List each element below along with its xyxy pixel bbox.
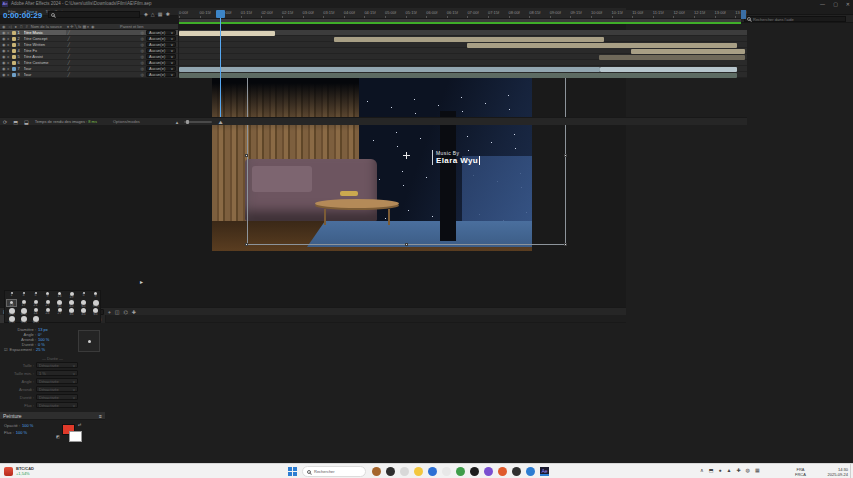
parent-dropdown[interactable]: Aucun(e)˅ — [146, 30, 176, 35]
motion-blur-icon[interactable]: ✱ — [165, 11, 169, 17]
layer-color-chip[interactable] — [12, 43, 16, 47]
show-desktop-button[interactable] — [850, 464, 851, 478]
taskbar-app-icon-7[interactable] — [456, 467, 465, 476]
fx-switch-icon[interactable]: ╱ — [68, 60, 70, 65]
twirl-icon[interactable]: ▸ — [8, 66, 10, 71]
layer-duration-bar[interactable] — [631, 49, 745, 54]
taskbar-app-icon-4[interactable] — [414, 467, 423, 476]
draft-3d-icon[interactable]: △ — [151, 11, 155, 17]
taskbar-app-icon-3[interactable] — [400, 467, 409, 476]
layer-duration-bar[interactable] — [179, 31, 275, 36]
transparency-grid-icon[interactable]: ◫ — [115, 309, 120, 315]
dynamics-dropdown[interactable]: Désactivée˅ — [36, 386, 78, 392]
brush-size-27[interactable]: 27 — [54, 307, 65, 315]
frame-blending-icon[interactable]: ▦ — [158, 11, 163, 17]
brush-size-100[interactable]: 100 — [6, 315, 17, 323]
zoom-out-mountain-icon[interactable]: ▴ — [176, 119, 179, 125]
camera-view-icon[interactable]: ⌬ — [123, 309, 127, 315]
eye-icon[interactable]: ◉ — [2, 66, 6, 71]
dynamics-dropdown[interactable]: Désactivée˅ — [36, 362, 78, 368]
taskbar-clock[interactable]: 14:302025-09-24 — [818, 467, 848, 477]
shy-layers-icon[interactable]: ⬒ — [13, 119, 18, 125]
layer-name[interactable]: Titre Fx — [24, 48, 66, 53]
layer-name[interactable]: Tour — [24, 72, 66, 77]
brush-size-65[interactable]: 65 — [90, 307, 101, 315]
twirl-icon[interactable]: ▸ — [8, 72, 10, 77]
layer-row-8[interactable]: ◉▸8Tour╱◎Aucun(e)˅ — [0, 72, 178, 78]
pickwhip-icon[interactable]: ◎ — [141, 66, 145, 71]
brush-size-35[interactable]: 35 — [54, 299, 65, 307]
twirl-icon[interactable]: ▸ — [8, 54, 10, 59]
twirl-icon[interactable]: ▸ — [8, 42, 10, 47]
selection-handle[interactable] — [405, 243, 408, 246]
fx-switch-icon[interactable]: ╱ — [68, 66, 70, 71]
fx-switch-icon[interactable]: ╱ — [68, 72, 70, 77]
brush-size-13[interactable]: 13 — [6, 299, 17, 307]
layer-track[interactable] — [179, 72, 747, 78]
anchor-point-icon[interactable] — [403, 152, 410, 159]
pickwhip-icon[interactable]: ◎ — [141, 30, 145, 35]
layer-duration-bar[interactable] — [179, 67, 600, 72]
layer-name[interactable]: Titre Music — [24, 30, 66, 35]
pickwhip-icon[interactable]: ◎ — [141, 42, 145, 47]
layer-name[interactable]: Titre Costume — [24, 60, 66, 65]
timeline-zoom-slider[interactable] — [184, 121, 212, 123]
taskbar-widget[interactable]: BTC/CAD+1,54% — [4, 466, 34, 476]
fx-switch-icon[interactable]: ╱ — [68, 42, 70, 47]
taskbar-app-icon-1[interactable] — [372, 467, 381, 476]
twirl-icon[interactable]: ▸ — [8, 60, 10, 65]
twirl-icon[interactable]: ▸ — [8, 30, 10, 35]
taskbar-app-icon-8[interactable] — [470, 467, 479, 476]
layer-color-chip[interactable] — [12, 31, 16, 35]
taskbar-app-icon-12[interactable] — [526, 467, 535, 476]
selection-handle[interactable] — [564, 243, 567, 246]
selection-handle[interactable] — [564, 154, 567, 157]
pickwhip-icon[interactable]: ◎ — [141, 72, 145, 77]
brush-size-21[interactable]: 21 — [30, 299, 41, 307]
eye-icon[interactable]: ◉ — [2, 54, 6, 59]
layer-duration-bar[interactable] — [599, 55, 745, 60]
composition-marker-icon[interactable]: ⟳ — [3, 119, 7, 125]
brush-size-14[interactable]: 14 — [30, 307, 41, 315]
composition-mini-flowchart-icon[interactable]: ◈ — [144, 11, 148, 17]
time-ruler[interactable]: 0:00f00:15f01:00f01:15f02:00f02:15f03:00… — [178, 10, 747, 19]
fx-switch-icon[interactable]: ╱ — [68, 36, 70, 41]
taskbar-after-effects-icon[interactable]: Ae — [540, 467, 549, 476]
brush-size-27[interactable]: 27 — [42, 299, 53, 307]
layer-name[interactable]: Tour — [24, 66, 66, 71]
eye-icon[interactable]: ◉ — [2, 72, 6, 77]
brush-size-35[interactable]: 35 — [66, 307, 77, 315]
taskbar-app-icon-11[interactable] — [512, 467, 521, 476]
eye-icon[interactable]: ◉ — [2, 30, 6, 35]
start-button[interactable] — [288, 467, 297, 476]
parent-dropdown[interactable]: Aucun(e)˅ — [146, 42, 176, 47]
fx-switch-icon[interactable]: ╱ — [68, 48, 70, 53]
parent-dropdown[interactable]: Aucun(e)˅ — [146, 54, 176, 59]
parent-dropdown[interactable]: Aucun(e)˅ — [146, 48, 176, 53]
help-search-input[interactable]: Rechercher dans l'aide — [744, 16, 846, 22]
paint-opacity-value[interactable]: 100 % — [22, 423, 33, 428]
pickwhip-icon[interactable]: ◎ — [141, 48, 145, 53]
brush-size-9[interactable]: 9 — [42, 291, 53, 299]
brush-size-19[interactable]: 19 — [66, 291, 77, 299]
taskbar-app-icon-5[interactable] — [428, 467, 437, 476]
brush-size-45[interactable]: 45 — [78, 307, 89, 315]
brush-size-45[interactable]: 45 — [66, 299, 77, 307]
current-timecode[interactable]: 0:00:00:29 — [3, 11, 42, 20]
tray-icon-6[interactable]: ◍ — [746, 467, 750, 473]
layer-color-chip[interactable] — [12, 67, 16, 71]
brush-size-13[interactable]: 13 — [54, 291, 65, 299]
tray-icon-5[interactable]: ✚ — [736, 467, 740, 473]
maximize-button[interactable]: ▢ — [833, 1, 838, 7]
layer-duration-bar[interactable] — [334, 37, 604, 42]
tray-icon-4[interactable]: ▲ — [726, 467, 731, 473]
source-name-header[interactable]: Nom de la source — [31, 24, 62, 29]
fx-switch-icon[interactable]: ╱ — [68, 54, 70, 59]
layer-name[interactable]: Titre Written — [24, 42, 66, 47]
twirl-icon[interactable]: ▸ — [8, 48, 10, 53]
options-modes-toggle[interactable]: Options/modes — [113, 119, 140, 124]
layer-name[interactable]: Titre Concept — [24, 36, 66, 41]
layer-duration-bar[interactable] — [467, 43, 737, 48]
dynamics-dropdown[interactable]: Désactivée˅ — [36, 394, 78, 400]
timeline-search-input[interactable] — [48, 11, 140, 18]
